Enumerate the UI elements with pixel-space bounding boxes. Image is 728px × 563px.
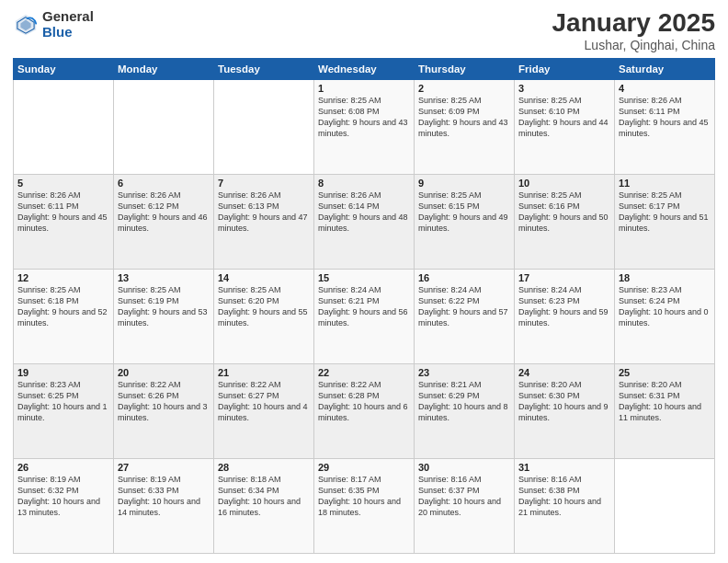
day-info-17: Sunrise: 8:24 AM Sunset: 6:23 PM Dayligh… <box>518 284 610 329</box>
day-number-26: 26 <box>17 462 109 473</box>
day-number-12: 12 <box>17 272 109 283</box>
day-info-9: Sunrise: 8:25 AM Sunset: 6:15 PM Dayligh… <box>418 190 510 235</box>
calendar-cell-3-0: 19Sunrise: 8:23 AM Sunset: 6:25 PM Dayli… <box>14 363 114 458</box>
calendar-cell-2-5: 17Sunrise: 8:24 AM Sunset: 6:23 PM Dayli… <box>515 269 615 363</box>
day-number-28: 28 <box>218 462 310 473</box>
day-number-29: 29 <box>318 462 410 473</box>
calendar-cell-0-0 <box>14 79 114 174</box>
day-number-14: 14 <box>218 272 310 283</box>
calendar-cell-4-4: 30Sunrise: 8:16 AM Sunset: 6:37 PM Dayli… <box>415 458 515 553</box>
calendar-cell-1-0: 5Sunrise: 8:26 AM Sunset: 6:11 PM Daylig… <box>14 174 114 269</box>
calendar-cell-0-1 <box>114 79 214 174</box>
day-info-21: Sunrise: 8:22 AM Sunset: 6:27 PM Dayligh… <box>218 379 310 424</box>
calendar-cell-0-5: 3Sunrise: 8:25 AM Sunset: 6:10 PM Daylig… <box>515 79 615 174</box>
logo-text: General Blue <box>42 9 94 40</box>
week-row-2: 12Sunrise: 8:25 AM Sunset: 6:18 PM Dayli… <box>14 269 715 363</box>
header-saturday: Saturday <box>615 58 715 79</box>
day-info-14: Sunrise: 8:25 AM Sunset: 6:20 PM Dayligh… <box>218 284 310 329</box>
calendar-cell-3-2: 21Sunrise: 8:22 AM Sunset: 6:27 PM Dayli… <box>214 363 314 458</box>
day-number-2: 2 <box>418 83 510 94</box>
day-number-10: 10 <box>518 178 610 189</box>
day-info-25: Sunrise: 8:20 AM Sunset: 6:31 PM Dayligh… <box>619 379 711 424</box>
calendar-cell-1-5: 10Sunrise: 8:25 AM Sunset: 6:16 PM Dayli… <box>515 174 615 269</box>
day-number-22: 22 <box>318 367 410 378</box>
header-wednesday: Wednesday <box>314 58 415 79</box>
week-row-1: 5Sunrise: 8:26 AM Sunset: 6:11 PM Daylig… <box>14 174 715 269</box>
calendar-cell-4-3: 29Sunrise: 8:17 AM Sunset: 6:35 PM Dayli… <box>314 458 415 553</box>
day-info-16: Sunrise: 8:24 AM Sunset: 6:22 PM Dayligh… <box>418 284 510 329</box>
day-number-18: 18 <box>619 272 711 283</box>
day-info-23: Sunrise: 8:21 AM Sunset: 6:29 PM Dayligh… <box>418 379 510 424</box>
day-info-27: Sunrise: 8:19 AM Sunset: 6:33 PM Dayligh… <box>118 474 210 519</box>
day-info-19: Sunrise: 8:23 AM Sunset: 6:25 PM Dayligh… <box>17 379 109 424</box>
day-info-20: Sunrise: 8:22 AM Sunset: 6:26 PM Dayligh… <box>118 379 210 424</box>
calendar-cell-2-4: 16Sunrise: 8:24 AM Sunset: 6:22 PM Dayli… <box>415 269 515 363</box>
calendar-cell-4-6 <box>615 458 715 553</box>
weekday-header-row: Sunday Monday Tuesday Wednesday Thursday… <box>14 58 715 79</box>
day-info-2: Sunrise: 8:25 AM Sunset: 6:09 PM Dayligh… <box>418 95 510 140</box>
day-number-13: 13 <box>118 272 210 283</box>
day-number-31: 31 <box>518 462 610 473</box>
day-info-7: Sunrise: 8:26 AM Sunset: 6:13 PM Dayligh… <box>218 190 310 235</box>
page: General Blue January 2025 Lushar, Qingha… <box>0 0 728 563</box>
day-info-13: Sunrise: 8:25 AM Sunset: 6:19 PM Dayligh… <box>118 284 210 329</box>
calendar-cell-3-1: 20Sunrise: 8:22 AM Sunset: 6:26 PM Dayli… <box>114 363 214 458</box>
day-number-5: 5 <box>17 178 109 189</box>
day-info-12: Sunrise: 8:25 AM Sunset: 6:18 PM Dayligh… <box>17 284 109 329</box>
day-number-21: 21 <box>218 367 310 378</box>
header-thursday: Thursday <box>415 58 515 79</box>
calendar-cell-1-1: 6Sunrise: 8:26 AM Sunset: 6:12 PM Daylig… <box>114 174 214 269</box>
day-number-25: 25 <box>619 367 711 378</box>
title-block: January 2025 Lushar, Qinghai, China <box>552 9 715 52</box>
calendar-cell-1-3: 8Sunrise: 8:26 AM Sunset: 6:14 PM Daylig… <box>314 174 415 269</box>
logo-blue-text: Blue <box>42 25 94 40</box>
calendar-cell-3-3: 22Sunrise: 8:22 AM Sunset: 6:28 PM Dayli… <box>314 363 415 458</box>
day-info-28: Sunrise: 8:18 AM Sunset: 6:34 PM Dayligh… <box>218 474 310 519</box>
day-number-9: 9 <box>418 178 510 189</box>
day-number-17: 17 <box>518 272 610 283</box>
day-number-20: 20 <box>118 367 210 378</box>
header-monday: Monday <box>114 58 214 79</box>
day-number-23: 23 <box>418 367 510 378</box>
day-number-4: 4 <box>619 83 711 94</box>
calendar-table: Sunday Monday Tuesday Wednesday Thursday… <box>13 58 715 554</box>
day-number-27: 27 <box>118 462 210 473</box>
day-info-31: Sunrise: 8:16 AM Sunset: 6:38 PM Dayligh… <box>518 474 610 519</box>
day-info-3: Sunrise: 8:25 AM Sunset: 6:10 PM Dayligh… <box>518 95 610 140</box>
calendar-cell-3-6: 25Sunrise: 8:20 AM Sunset: 6:31 PM Dayli… <box>615 363 715 458</box>
day-info-22: Sunrise: 8:22 AM Sunset: 6:28 PM Dayligh… <box>318 379 410 424</box>
header-sunday: Sunday <box>14 58 114 79</box>
calendar-cell-1-4: 9Sunrise: 8:25 AM Sunset: 6:15 PM Daylig… <box>415 174 515 269</box>
day-number-7: 7 <box>218 178 310 189</box>
calendar-cell-0-3: 1Sunrise: 8:25 AM Sunset: 6:08 PM Daylig… <box>314 79 415 174</box>
week-row-3: 19Sunrise: 8:23 AM Sunset: 6:25 PM Dayli… <box>14 363 715 458</box>
day-number-19: 19 <box>17 367 109 378</box>
day-info-10: Sunrise: 8:25 AM Sunset: 6:16 PM Dayligh… <box>518 190 610 235</box>
calendar-cell-2-0: 12Sunrise: 8:25 AM Sunset: 6:18 PM Dayli… <box>14 269 114 363</box>
logo-general-text: General <box>42 9 94 25</box>
day-info-15: Sunrise: 8:24 AM Sunset: 6:21 PM Dayligh… <box>318 284 410 329</box>
week-row-0: 1Sunrise: 8:25 AM Sunset: 6:08 PM Daylig… <box>14 79 715 174</box>
calendar-cell-0-4: 2Sunrise: 8:25 AM Sunset: 6:09 PM Daylig… <box>415 79 515 174</box>
day-info-4: Sunrise: 8:26 AM Sunset: 6:11 PM Dayligh… <box>619 95 711 140</box>
day-info-30: Sunrise: 8:16 AM Sunset: 6:37 PM Dayligh… <box>418 474 510 519</box>
day-info-5: Sunrise: 8:26 AM Sunset: 6:11 PM Dayligh… <box>17 190 109 235</box>
day-number-1: 1 <box>318 83 410 94</box>
calendar-cell-4-0: 26Sunrise: 8:19 AM Sunset: 6:32 PM Dayli… <box>14 458 114 553</box>
day-number-24: 24 <box>518 367 610 378</box>
calendar-cell-2-6: 18Sunrise: 8:23 AM Sunset: 6:24 PM Dayli… <box>615 269 715 363</box>
header: General Blue January 2025 Lushar, Qingha… <box>13 9 715 52</box>
day-info-1: Sunrise: 8:25 AM Sunset: 6:08 PM Dayligh… <box>318 95 410 140</box>
day-info-11: Sunrise: 8:25 AM Sunset: 6:17 PM Dayligh… <box>619 190 711 235</box>
logo-icon <box>13 12 39 38</box>
day-number-15: 15 <box>318 272 410 283</box>
calendar-cell-1-2: 7Sunrise: 8:26 AM Sunset: 6:13 PM Daylig… <box>214 174 314 269</box>
calendar-cell-4-5: 31Sunrise: 8:16 AM Sunset: 6:38 PM Dayli… <box>515 458 615 553</box>
day-info-6: Sunrise: 8:26 AM Sunset: 6:12 PM Dayligh… <box>118 190 210 235</box>
day-number-11: 11 <box>619 178 711 189</box>
day-number-6: 6 <box>118 178 210 189</box>
calendar-cell-3-5: 24Sunrise: 8:20 AM Sunset: 6:30 PM Dayli… <box>515 363 615 458</box>
calendar-cell-4-2: 28Sunrise: 8:18 AM Sunset: 6:34 PM Dayli… <box>214 458 314 553</box>
logo: General Blue <box>13 9 94 40</box>
calendar-cell-3-4: 23Sunrise: 8:21 AM Sunset: 6:29 PM Dayli… <box>415 363 515 458</box>
